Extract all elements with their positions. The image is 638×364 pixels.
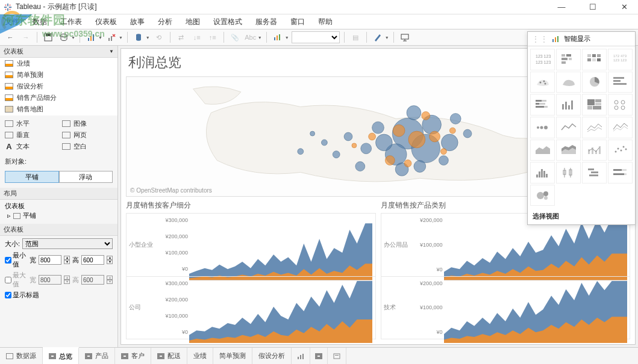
tab-data-source[interactable]: 数据源 <box>0 348 43 364</box>
new-dashboard-tab[interactable] <box>310 348 328 364</box>
menu-window[interactable]: 窗口 <box>290 17 305 27</box>
save-button[interactable] <box>42 31 55 44</box>
viz-dual-line[interactable] <box>608 117 633 138</box>
chart-corporate[interactable]: 公司 ¥300,000 ¥200,000 ¥100,000 ¥0 <box>126 276 376 340</box>
new-datasource-button[interactable]: ▼ <box>57 31 75 44</box>
viz-pie[interactable] <box>582 72 607 93</box>
clear-button[interactable]: ▼ <box>105 31 123 44</box>
viz-histogram[interactable] <box>530 162 555 184</box>
tile-button[interactable]: 平铺 <box>5 171 59 183</box>
viz-gantt[interactable] <box>582 162 607 184</box>
viz-area-cont[interactable] <box>530 140 555 161</box>
viz-stacked-bar[interactable] <box>530 94 555 116</box>
viz-bullet[interactable] <box>608 162 633 184</box>
viz-highlight-table[interactable] <box>582 49 607 70</box>
connect-button[interactable]: ▼ <box>132 31 150 44</box>
sheet-item[interactable]: 简单预测 <box>0 69 117 81</box>
new-worksheet-button[interactable]: ▼ <box>84 31 102 44</box>
new-worksheet-tab[interactable] <box>292 348 310 364</box>
viz-side-circle[interactable] <box>530 117 555 138</box>
viz-line-disc[interactable] <box>582 117 607 138</box>
new-story-tab[interactable] <box>328 348 346 364</box>
obj-horizontal[interactable]: 水平 <box>5 119 56 128</box>
svg-point-72 <box>543 81 545 82</box>
close-button[interactable]: ✕ <box>614 2 634 13</box>
refresh-button[interactable]: ⟲ <box>152 31 166 44</box>
show-title-checkbox[interactable]: 显示标题 <box>5 291 39 300</box>
chart-technology[interactable]: 技术 ¥200,000 ¥100,000 ¥0 <box>381 276 631 340</box>
dashboard-panel-header[interactable]: 仪表板 ▼ <box>0 46 117 58</box>
obj-text[interactable]: A文本 <box>5 142 56 151</box>
group-button[interactable]: Abc▼ <box>244 31 262 44</box>
tab-shipping[interactable]: 配送 <box>151 348 187 364</box>
menu-analysis[interactable]: 分析 <box>158 17 172 27</box>
layout-tile-item[interactable]: ▹平铺 <box>5 211 113 220</box>
attach-button[interactable]: 📎 <box>228 31 242 44</box>
menu-worksheet[interactable]: 工作表 <box>60 17 82 27</box>
obj-vertical[interactable]: 垂直 <box>5 131 56 140</box>
fit-select[interactable] <box>292 31 340 43</box>
viz-dual-combo[interactable] <box>582 140 607 161</box>
viz-circle[interactable] <box>608 94 633 116</box>
sheet-item[interactable]: 业绩 <box>0 58 117 69</box>
min-width-input[interactable] <box>39 255 61 265</box>
sheet-item[interactable]: 销售地图 <box>0 103 117 115</box>
showcaption-button[interactable]: ▤ <box>349 31 362 44</box>
min-checkbox[interactable]: 最小值 <box>5 251 27 269</box>
presentation-button[interactable] <box>398 31 411 44</box>
viz-boxplot[interactable] <box>556 162 581 184</box>
tab-overview[interactable]: 总览 <box>43 347 79 364</box>
viz-treemap[interactable] <box>582 94 607 116</box>
menu-help[interactable]: 帮助 <box>318 17 333 27</box>
dashboard-size-header[interactable]: 仪表板 <box>0 224 117 236</box>
spinner[interactable]: ▴▾ <box>107 256 113 264</box>
menu-data[interactable]: 数据 <box>33 17 47 27</box>
obj-blank[interactable]: 空白 <box>62 142 113 151</box>
forward-button[interactable]: → <box>19 31 33 44</box>
viz-text-table[interactable]: 123 123123 123 <box>530 49 555 70</box>
menu-story[interactable]: 故事 <box>130 17 145 27</box>
obj-image[interactable]: 图像 <box>62 119 113 128</box>
viz-packed-bubble[interactable] <box>530 185 555 206</box>
highlight-button[interactable]: ▼ <box>371 31 389 44</box>
sort-desc-button[interactable]: ↑≡ <box>206 31 219 44</box>
menu-file[interactable]: 文件 <box>5 17 19 27</box>
viz-side-bar[interactable] <box>556 94 581 116</box>
viz-crosstab[interactable]: 172473123123 <box>608 49 633 70</box>
menu-server[interactable]: 服务器 <box>255 17 277 27</box>
spinner[interactable]: ▴▾ <box>64 256 70 264</box>
tab-forecast[interactable]: 简单预测 <box>213 348 252 364</box>
back-button[interactable]: ← <box>4 31 17 44</box>
sort-asc-button[interactable]: ↓≡ <box>190 31 204 44</box>
viz-heat-map[interactable] <box>556 49 581 70</box>
minimize-button[interactable]: — <box>551 2 572 13</box>
maximize-button[interactable]: ☐ <box>583 2 603 13</box>
viz-filled-map[interactable] <box>556 72 581 93</box>
viz-area-disc[interactable] <box>556 140 581 161</box>
viz-symbol-map[interactable] <box>530 72 555 93</box>
sheet-item[interactable]: 假设分析 <box>0 81 117 92</box>
size-mode-select[interactable]: 范围 <box>22 238 113 249</box>
menu-format[interactable]: 设置格式 <box>213 17 242 27</box>
viz-line-cont[interactable] <box>556 117 581 138</box>
show-me-header[interactable]: ⋮⋮ 智能显示 <box>528 32 635 46</box>
max-checkbox[interactable]: 最大值 <box>5 271 27 289</box>
menu-dashboard[interactable]: 仪表板 <box>95 17 117 27</box>
obj-web[interactable]: 网页 <box>62 131 113 140</box>
chart-small-business[interactable]: 小型企业 ¥300,000 ¥200,000 ¥100,000 ¥0 <box>126 213 376 276</box>
float-button[interactable]: 浮动 <box>59 171 113 183</box>
tab-customer[interactable]: 客户 <box>115 348 151 364</box>
layout-panel-header[interactable]: 布局 <box>0 188 117 200</box>
sheet-item[interactable]: 销售客户细分 <box>0 115 117 116</box>
tab-performance[interactable]: 业绩 <box>187 348 213 364</box>
tab-whatif[interactable]: 假设分析 <box>252 348 292 364</box>
viz-hbar[interactable] <box>608 72 633 93</box>
swap-button[interactable]: ⇄ <box>175 31 188 44</box>
sheet-list: 业绩 简单预测 假设分析 销售产品细分 销售地图 销售客户细分 <box>0 58 117 116</box>
showmark-button[interactable]: ▼ <box>271 31 289 44</box>
menu-map[interactable]: 地图 <box>186 17 200 27</box>
viz-scatter[interactable] <box>608 140 633 161</box>
sheet-item[interactable]: 销售产品细分 <box>0 92 117 103</box>
min-height-input[interactable] <box>81 255 104 265</box>
tab-product[interactable]: 产品 <box>79 348 115 364</box>
